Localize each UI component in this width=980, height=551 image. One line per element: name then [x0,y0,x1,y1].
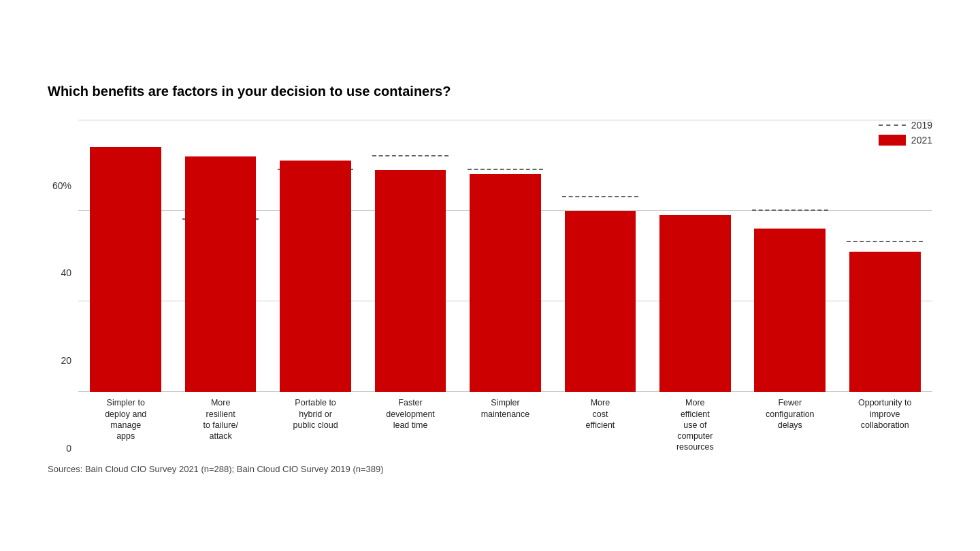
x-axis-label: Moreefficientuse ofcomputerresources [648,397,742,452]
bars-and-grid [78,120,932,392]
bar-group [363,120,457,392]
bar-group [553,120,647,392]
bar-2021 [90,147,161,392]
bars-row [78,120,932,392]
bar-2021 [470,174,541,392]
bar-group [173,120,267,392]
x-labels: Simpler todeploy andmanageappsMoreresili… [78,397,932,452]
y-axis-label: 60% [48,181,71,190]
chart-title: Which benefits are factors in your decis… [48,84,932,99]
x-axis-label: Simpler todeploy andmanageapps [78,397,173,452]
x-axis-label: Moreresilientto failure/attack [173,397,267,452]
chart-container: Which benefits are factors in your decis… [20,63,960,487]
bar-group [742,120,837,392]
x-axis-label: Morecostefficient [553,397,647,452]
bar-2021 [185,156,257,393]
x-axis-label: Portable tohybrid orpublic cloud [268,397,363,452]
chart-main: 0204060% 2019 2021 [48,120,932,452]
y-axis-label: 40 [48,268,71,278]
chart-area: 0204060% 2019 2021 [48,120,932,452]
bar-group [78,120,173,392]
bar-2021 [659,215,731,392]
dashed-line-2019 [752,210,828,211]
bar-group [838,120,932,392]
y-axis-label: 0 [48,444,71,453]
source-text: Sources: Bain Cloud CIO Survey 2021 (n=2… [48,464,932,474]
y-axis-label: 20 [48,356,71,365]
x-axis-label: Fasterdevelopmentlead time [363,397,457,452]
dashed-line-2019 [847,241,923,242]
x-axis-label: Simplermaintenance [458,397,553,452]
dashed-line-2019 [562,196,638,197]
bar-2021 [754,229,826,392]
dashed-line-2019 [372,155,448,156]
bar-2021 [849,252,921,393]
y-axis: 0204060% [48,181,71,453]
bar-2021 [280,161,351,392]
x-axis-label: Fewerconfigurationdelays [742,397,837,452]
bar-group [648,120,742,392]
bar-group [458,120,553,392]
bar-2021 [565,211,636,393]
bar-group [268,120,363,392]
bar-2021 [375,170,446,393]
dashed-line-2019 [468,169,544,170]
bars-wrapper: 2019 2021 Simpler todeploy andmanageapps… [78,120,932,452]
x-axis-label: Opportunity toimprovecollaboration [838,397,932,452]
